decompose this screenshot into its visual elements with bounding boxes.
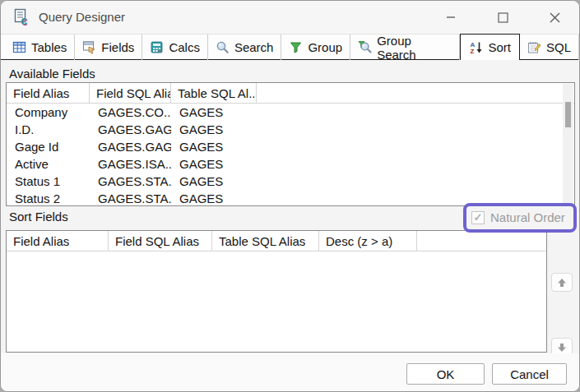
cell-field-alias: Gage Id	[7, 140, 90, 154]
tab-bar: Tables Fields Calcs	[1, 34, 579, 60]
cell-field-alias: Active	[7, 157, 90, 171]
cell-field-sql-alias: GAGES.ISA...	[90, 157, 171, 171]
tab-label: Group Search	[377, 34, 452, 62]
window-title: Query Designer	[39, 10, 125, 24]
cell-field-sql-alias: GAGES.STA...	[90, 191, 171, 205]
calculator-icon	[150, 40, 164, 54]
arrow-up-icon	[557, 278, 567, 288]
cell-field-alias: I.D.	[7, 122, 90, 136]
column-header[interactable]: Field SQL Alias	[109, 231, 212, 251]
table-grid-icon	[12, 40, 26, 54]
sort-fields-header: Field Alias Field SQL Alias Table SQL Al…	[7, 231, 546, 251]
tab-label: Sort	[488, 40, 511, 54]
tab-label: Fields	[101, 40, 134, 54]
column-header[interactable]: Field SQL Alias	[90, 83, 171, 104]
tab-fields[interactable]: Fields	[75, 35, 142, 60]
available-fields-table: Field Alias Field SQL Alias Table SQL Al…	[6, 82, 575, 206]
az-sort-icon: A Z	[469, 40, 483, 54]
sort-fields-table: Field Alias Field SQL Alias Table SQL Al…	[6, 230, 547, 353]
tab-calcs[interactable]: Calcs	[142, 35, 208, 60]
table-row[interactable]: I.D. GAGES.GAG... GAGES	[7, 121, 574, 138]
group-magnifier-icon	[358, 40, 372, 54]
cell-field-sql-alias: GAGES.STA...	[90, 174, 171, 188]
cell-table-sql-alias: GAGES	[171, 191, 257, 205]
tab-label: SQL	[546, 40, 571, 54]
maximize-button[interactable]	[490, 7, 515, 27]
move-up-button[interactable]	[551, 273, 573, 292]
tab-label: Calcs	[169, 40, 200, 54]
funnel-icon	[289, 40, 303, 54]
minimize-button[interactable]	[438, 7, 463, 27]
title-bar: C C Query Designer	[1, 1, 579, 34]
available-fields-body: Company GAGES.CO... GAGES I.D. GAGES.GAG…	[7, 104, 574, 206]
svg-text:Z: Z	[471, 48, 475, 54]
column-header[interactable]: Desc (z > a)	[319, 231, 417, 251]
tab-group-search[interactable]: Group Search	[350, 35, 460, 60]
cell-table-sql-alias: GAGES	[171, 105, 257, 119]
maximize-icon	[498, 12, 508, 23]
cell-field-alias: Company	[7, 105, 90, 119]
available-fields-scrollbar[interactable]	[563, 84, 573, 205]
tab-label: Search	[234, 40, 274, 54]
tab-sql[interactable]: SQL	[520, 35, 579, 60]
scrollbar-thumb[interactable]	[565, 102, 571, 127]
available-fields-label: Available Fields	[9, 67, 95, 81]
cell-field-sql-alias: GAGES.GAG...	[90, 140, 171, 154]
column-header[interactable]: Table SQL Al...	[171, 83, 257, 104]
column-header[interactable]: Field Alias	[7, 83, 90, 104]
table-row[interactable]: Active GAGES.ISA... GAGES	[7, 155, 574, 173]
query-designer-dialog: C C Query Designer	[0, 0, 580, 392]
table-row[interactable]: Gage Id GAGES.GAG... GAGES	[7, 138, 574, 155]
magnifier-icon	[216, 40, 230, 54]
script-pencil-icon	[527, 40, 541, 54]
cell-field-sql-alias: GAGES.GAG...	[90, 122, 171, 136]
cell-field-sql-alias: GAGES.CO...	[90, 105, 171, 119]
cell-field-alias: Status 2	[7, 191, 90, 205]
close-button[interactable]	[542, 7, 567, 27]
field-form-icon	[82, 40, 96, 54]
tab-label: Group	[308, 40, 342, 54]
arrow-down-icon	[557, 343, 567, 353]
natural-order-checkbox-group[interactable]: ✓ Natural Order	[471, 210, 565, 224]
tab-tables[interactable]: Tables	[5, 35, 75, 60]
query-designer-app-icon: C C	[14, 8, 30, 26]
sort-fields-label: Sort Fields	[9, 210, 68, 224]
natural-order-checkbox[interactable]: ✓	[471, 211, 485, 224]
table-row[interactable]: Status 2 GAGES.STA... GAGES	[7, 190, 574, 206]
svg-text:C: C	[21, 17, 27, 26]
cell-field-alias: Status 1	[7, 174, 90, 188]
tab-group[interactable]: Group	[281, 35, 350, 60]
cell-table-sql-alias: GAGES	[171, 174, 257, 188]
tab-search[interactable]: Search	[208, 35, 282, 60]
column-header[interactable]: Table SQL Alias	[212, 231, 319, 251]
natural-order-label: Natural Order	[490, 210, 565, 224]
ok-button[interactable]: OK	[406, 363, 485, 385]
tab-sort[interactable]: A Z Sort	[460, 34, 520, 60]
cell-table-sql-alias: GAGES	[171, 157, 257, 171]
close-icon	[550, 12, 560, 23]
cell-table-sql-alias: GAGES	[171, 122, 257, 136]
cancel-button[interactable]: Cancel	[492, 363, 567, 385]
tab-label: Tables	[31, 40, 67, 54]
cell-table-sql-alias: GAGES	[171, 140, 257, 154]
table-row[interactable]: Status 1 GAGES.STA... GAGES	[7, 173, 574, 190]
table-row[interactable]: Company GAGES.CO... GAGES	[7, 104, 574, 121]
minimize-icon	[446, 12, 456, 22]
column-header[interactable]: Field Alias	[7, 231, 109, 251]
check-icon: ✓	[474, 211, 483, 224]
available-fields-header: Field Alias Field SQL Alias Table SQL Al…	[7, 83, 574, 104]
